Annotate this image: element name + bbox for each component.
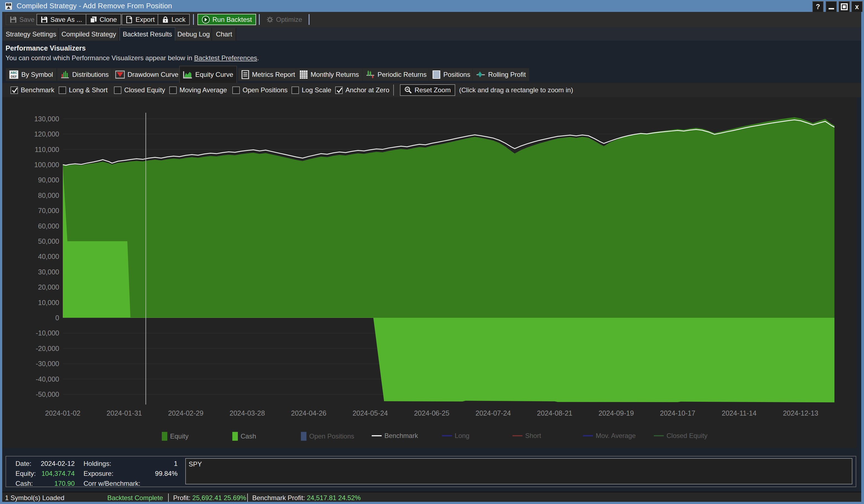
svg-text:2024-02-29: 2024-02-29 (168, 409, 204, 417)
reset-zoom-label: Reset Zoom (415, 86, 451, 94)
backtest-preferences-link[interactable]: Backtest Preferences (194, 54, 257, 62)
tab-label: Compiled Strategy (61, 30, 116, 38)
legend-cash: Cash (232, 432, 256, 441)
window-border-left (0, 12, 2, 504)
vtab-label: By Symbol (21, 71, 53, 78)
window-title: Compiled Strategy - Add Remove From Posi… (16, 2, 172, 10)
distributions-icon (61, 70, 69, 79)
save-button[interactable]: Save (5, 14, 39, 25)
clone-button[interactable]: Clone (86, 14, 121, 25)
legend-short: Short (513, 432, 541, 440)
svg-text:110,000: 110,000 (35, 146, 59, 153)
svg-text:130,000: 130,000 (34, 115, 59, 123)
zoom-hint-text: (Click and drag a rectangle to zoom in) (459, 86, 573, 94)
x-axis-labels: 2024-01-022024-01-312024-02-292024-03-28… (45, 409, 818, 417)
checkbox-log-scale[interactable]: Log Scale (291, 85, 331, 95)
cursor-info-panel: Date: 2024-02-12 Equity: 104,374.74 Cash… (5, 456, 856, 487)
date-label: Date: (15, 460, 31, 468)
close-button[interactable]: x (851, 1, 863, 12)
status-bar: 1 Symbol(s) Loaded Backtest Complete Pro… (2, 492, 861, 503)
check-icon (336, 87, 343, 94)
cash-value: 170.90 (31, 480, 75, 488)
svg-text:-20,000: -20,000 (36, 345, 59, 352)
svg-text:2024-07-24: 2024-07-24 (476, 409, 511, 417)
tab-chart[interactable]: Chart (213, 28, 236, 41)
legend-label: Mov. Average (596, 432, 636, 440)
chart-canvas[interactable]: 130,000120,000110,000100,00090,00080,000… (2, 97, 857, 448)
vtab-rolling-profit[interactable]: Rolling Profit (472, 68, 529, 81)
corr-benchmark-label: Corr w/Benchmark: (84, 480, 140, 488)
checkbox-anchor-at-zero[interactable]: Anchor at Zero (335, 85, 389, 95)
lock-button[interactable]: Lock (158, 14, 190, 25)
svg-text:2024-04-26: 2024-04-26 (291, 409, 326, 417)
svg-text:2024-08-21: 2024-08-21 (537, 409, 573, 417)
optimize-icon (266, 16, 274, 23)
checkbox-box (335, 86, 343, 94)
vtab-drawdown-curve[interactable]: Drawdown Curve (112, 68, 182, 81)
lock-label: Lock (171, 16, 185, 24)
checkbox-benchmark[interactable]: Benchmark (11, 85, 54, 95)
vtab-label: Positions (443, 71, 470, 78)
svg-text:20,000: 20,000 (38, 283, 59, 291)
main-tab-bar: Strategy Settings Compiled Strategy Back… (2, 27, 861, 41)
reset-zoom-button[interactable]: Reset Zoom (400, 84, 455, 96)
svg-text:2024-01-02: 2024-01-02 (45, 409, 81, 417)
export-button[interactable]: Export (122, 14, 159, 25)
equity-curve-icon (183, 70, 192, 79)
help-button[interactable]: ? (812, 1, 824, 12)
legend-benchmark: Benchmark (372, 432, 418, 440)
toolbar-separator (309, 14, 310, 25)
clone-icon (90, 16, 97, 23)
svg-text:-10,000: -10,000 (36, 329, 59, 337)
zoom-out-icon (404, 86, 412, 94)
vtab-monthly-returns[interactable]: Monthly Returns (296, 68, 363, 81)
vtab-metrics-report[interactable]: Metrics Report (238, 68, 299, 81)
svg-text:2024-09-19: 2024-09-19 (599, 409, 634, 417)
checkbox-label: Anchor at Zero (346, 86, 389, 94)
legend-label: Benchmark (384, 432, 418, 440)
legend-label: Closed Equity (667, 432, 707, 440)
tab-backtest-results[interactable]: Backtest Results (119, 27, 175, 41)
svg-text:70,000: 70,000 (38, 207, 59, 214)
status-separator (247, 493, 248, 502)
checkbox-closed-equity[interactable]: Closed Equity (114, 85, 165, 95)
checkbox-open-positions[interactable]: Open Positions (232, 85, 288, 95)
metrics-report-icon (241, 70, 249, 79)
save-as-button[interactable]: Save As ... (36, 14, 86, 25)
legend-long: Long (442, 432, 469, 440)
svg-text:80,000: 80,000 (38, 192, 59, 199)
closed-equity-swatch (654, 435, 664, 436)
minimize-button[interactable] (826, 1, 837, 12)
tab-compiled-strategy[interactable]: Compiled Strategy (59, 28, 119, 41)
optimize-button[interactable]: Optimize (262, 14, 307, 25)
tab-strategy-settings[interactable]: Strategy Settings (4, 28, 59, 41)
equity-curve-chart[interactable]: 130,000120,000110,000100,00090,00080,000… (2, 97, 857, 448)
vtab-distributions[interactable]: Distributions (57, 68, 112, 81)
checkbox-box (59, 86, 66, 94)
vtab-positions[interactable]: Positions (429, 68, 474, 81)
svg-text:ABC: ABC (11, 71, 17, 74)
tab-debug-log[interactable]: Debug Log (176, 28, 212, 41)
vtab-label: Equity Curve (195, 71, 233, 78)
checkbox-box (169, 86, 177, 94)
window-border-bottom (0, 502, 864, 504)
svg-text:-30,000: -30,000 (36, 360, 59, 368)
export-label: Export (135, 16, 155, 24)
performance-visualizers-heading: Performance Visualizers (5, 44, 86, 52)
svg-text:60,000: 60,000 (38, 222, 59, 230)
status-separator (168, 493, 169, 502)
vtab-periodic-returns[interactable]: Periodic Returns (362, 68, 430, 81)
run-backtest-button[interactable]: Run Backtest (197, 14, 256, 25)
legend-equity: Equity (162, 432, 189, 441)
checkbox-moving-average[interactable]: Moving Average (169, 85, 227, 95)
open-positions-swatch (301, 432, 307, 441)
maximize-button[interactable] (839, 1, 850, 12)
backtest-status: Backtest Complete (107, 494, 163, 502)
tab-label: Backtest Results (123, 30, 172, 38)
vtab-equity-curve[interactable]: Equity Curve (179, 66, 237, 83)
vtab-label: Distributions (72, 71, 109, 78)
checkbox-long-short[interactable]: Long & Short (59, 85, 108, 95)
vtab-by-symbol[interactable]: ABC DEF By Symbol (5, 68, 57, 81)
symbol-list-box[interactable]: SPY (185, 458, 852, 484)
profit-status: Profit: 25,692.41 25.69% (173, 494, 246, 502)
